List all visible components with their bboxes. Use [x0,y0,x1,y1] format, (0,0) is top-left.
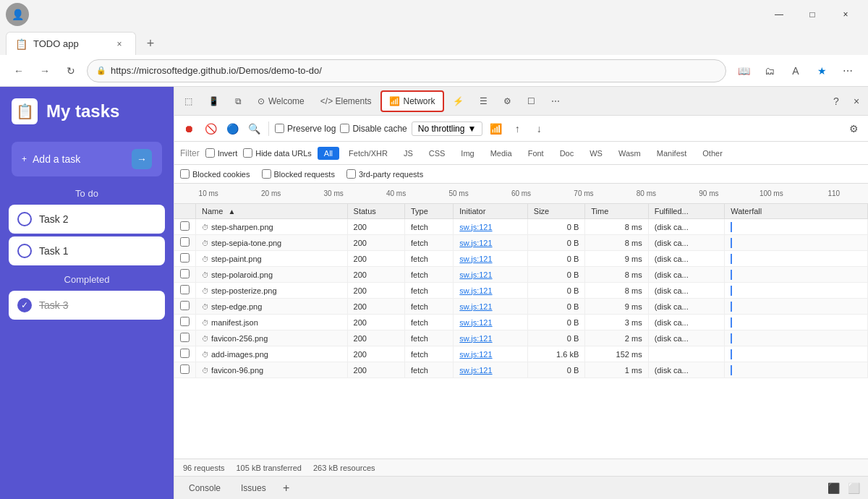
cell-initiator[interactable]: sw.js:121 [454,219,528,235]
tab-elements[interactable]: </> Elements [313,92,379,111]
filter-tag-font[interactable]: Font [522,147,550,160]
filter-tag-media[interactable]: Media [484,147,519,160]
cell-check[interactable] [174,283,196,299]
tab-inspect[interactable]: ⬚ [177,92,200,111]
table-row[interactable]: ⏱step-sharpen.png 200 fetch sw.js:121 0 … [174,219,868,235]
disable-cache-input[interactable] [340,124,349,133]
filter-tag-manifest[interactable]: Manifest [650,147,694,160]
cell-check[interactable] [174,330,196,346]
cell-check[interactable] [174,235,196,251]
table-row[interactable]: ⏱step-posterize.png 200 fetch sw.js:121 … [174,283,868,299]
invert-input[interactable] [205,148,215,158]
table-row[interactable]: ⏱favicon-96.png 200 fetch sw.js:121 0 B … [174,362,868,378]
table-row[interactable]: ⏱add-images.png 200 fetch sw.js:121 1.6 … [174,346,868,362]
th-waterfall[interactable]: Waterfall [725,204,868,219]
tab-network[interactable]: 📶 Network [380,90,444,112]
network-settings-button[interactable]: ⚙ [845,120,862,137]
add-bottom-tab-button[interactable]: + [278,479,295,497]
url-bar[interactable]: 🔒 https://microsoftedge.github.io/Demos/… [87,59,726,82]
add-task-button[interactable]: + Add a task → [12,142,162,176]
preserve-log-checkbox[interactable]: Preserve log [275,124,336,134]
collections-button[interactable]: 🗂 [758,59,781,82]
filter-tag-css[interactable]: CSS [422,147,452,160]
refresh-button[interactable]: ↻ [61,61,81,81]
forward-button[interactable]: → [35,61,55,81]
preserve-log-input[interactable] [275,124,284,133]
blocked-cookies-input[interactable] [180,169,190,179]
minimize-button[interactable]: — [762,3,796,26]
cell-initiator[interactable]: sw.js:121 [454,362,528,378]
upload-icon[interactable]: ↑ [509,120,526,137]
tab-layers[interactable]: ⧉ [228,92,249,111]
hide-data-urls-checkbox[interactable]: Hide data URLs [243,148,312,158]
filter-tag-doc[interactable]: Doc [553,147,581,160]
clear-button[interactable]: 🚫 [202,120,219,137]
blocked-cookies-checkbox[interactable]: Blocked cookies [180,169,250,179]
blocked-requests-checkbox[interactable]: Blocked requests [262,169,335,179]
cell-initiator[interactable]: sw.js:121 [454,235,528,251]
filter-tag-img[interactable]: Img [454,147,480,160]
record-button[interactable]: ⏺ [180,120,197,137]
cell-initiator[interactable]: sw.js:121 [454,299,528,315]
font-button[interactable]: A [784,59,807,82]
tab-application[interactable]: ⚙ [496,92,519,111]
table-row[interactable]: ⏱step-sepia-tone.png 200 fetch sw.js:121… [174,235,868,251]
tab-memory[interactable]: ☰ [472,92,495,111]
table-row[interactable]: ⏱step-paint.png 200 fetch sw.js:121 0 B … [174,251,868,267]
bottom-tab-issues[interactable]: Issues [232,480,275,496]
hide-data-urls-input[interactable] [243,148,252,158]
th-size[interactable]: Size [527,204,584,219]
new-tab-button[interactable]: + [139,32,162,55]
table-row[interactable]: ⏱manifest.json 200 fetch sw.js:121 0 B 3… [174,315,868,330]
task-item-task2[interactable]: Task 2 [9,205,165,234]
cell-check[interactable] [174,219,196,235]
filter-tag-fetch[interactable]: Fetch/XHR [342,147,394,160]
filter-tag-ws[interactable]: WS [583,147,609,160]
tab-close-button[interactable]: × [112,37,127,51]
tab-performance[interactable]: ⚡ [446,92,471,111]
cell-check[interactable] [174,315,196,330]
cell-check[interactable] [174,346,196,362]
task-item-task1[interactable]: Task 1 [9,236,165,265]
back-button[interactable]: ← [9,61,29,81]
invert-checkbox[interactable]: Invert [205,148,238,158]
cell-initiator[interactable]: sw.js:121 [454,346,528,362]
th-time[interactable]: Time [585,204,648,219]
network-table[interactable]: Name ▲ Status Type Initiator Size Time F… [174,204,868,459]
filter-tag-js[interactable]: JS [397,147,420,160]
cell-check[interactable] [174,362,196,378]
cell-initiator[interactable]: sw.js:121 [454,251,528,267]
filter-tag-all[interactable]: All [318,147,339,160]
th-fulfilled[interactable]: Fulfilled... [648,204,725,219]
third-party-checkbox[interactable]: 3rd-party requests [346,169,423,179]
devtools-help-button[interactable]: ? [827,93,845,110]
th-initiator[interactable]: Initiator [454,204,528,219]
search-button[interactable]: 🔍 [245,120,263,137]
browser-tab[interactable]: 📋 TODO app × [6,32,136,55]
cell-initiator[interactable]: sw.js:121 [454,283,528,299]
table-row[interactable]: ⏱step-polaroid.png 200 fetch sw.js:121 0… [174,267,868,283]
cell-initiator[interactable]: sw.js:121 [454,315,528,330]
throttle-select[interactable]: No throttling ▼ [412,121,483,136]
wifi-icon[interactable]: 📶 [487,120,504,137]
cell-initiator[interactable]: sw.js:121 [454,267,528,283]
disable-cache-checkbox[interactable]: Disable cache [340,124,407,134]
read-mode-button[interactable]: 📖 [732,59,755,82]
download-icon[interactable]: ↓ [530,120,548,137]
filter-requests-button[interactable]: 🔵 [224,120,241,137]
profile-icon[interactable]: 👤 [6,3,29,26]
cell-check[interactable] [174,299,196,315]
undock-button[interactable]: ⬜ [845,479,862,497]
more-button[interactable]: ⋯ [836,59,859,82]
tab-device[interactable]: 📱 [201,92,226,111]
favorites-button[interactable]: ★ [810,59,833,82]
table-row[interactable]: ⏱step-edge.png 200 fetch sw.js:121 0 B 9… [174,299,868,315]
th-name[interactable]: Name ▲ [196,204,348,219]
cell-check[interactable] [174,251,196,267]
tab-welcome[interactable]: ⊙ Welcome [250,92,312,111]
filter-tag-wasm[interactable]: Wasm [612,147,647,160]
maximize-button[interactable]: □ [796,3,829,26]
close-button[interactable]: × [829,3,862,26]
tab-security[interactable]: ☐ [520,92,542,111]
th-status[interactable]: Status [347,204,404,219]
